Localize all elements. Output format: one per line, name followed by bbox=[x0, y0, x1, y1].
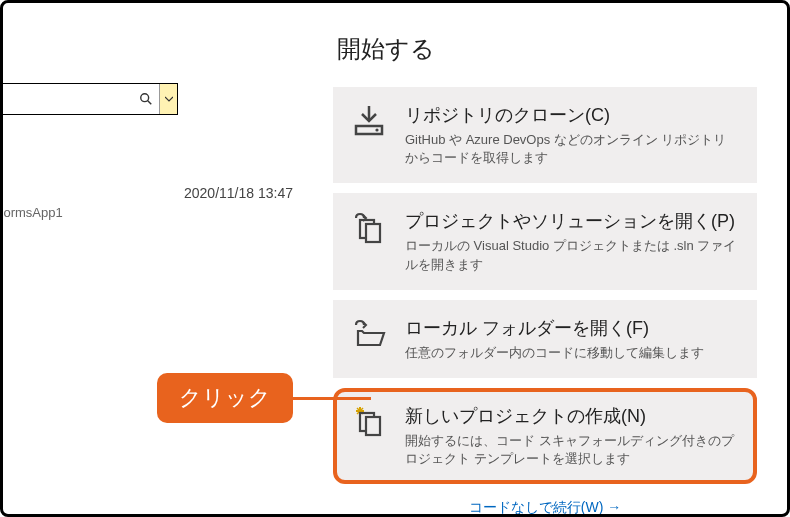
card-desc: 任意のフォルダー内のコードに移動して編集します bbox=[405, 344, 739, 362]
card-title: リポジトリのクローン(C) bbox=[405, 103, 739, 127]
new-project-card[interactable]: 新しいプロジェクトの作成(N) 開始するには、コード スキャフォールディング付き… bbox=[333, 388, 757, 484]
open-folder-card[interactable]: ローカル フォルダーを開く(F) 任意のフォルダー内のコードに移動して編集します bbox=[333, 300, 757, 378]
open-project-icon bbox=[351, 209, 387, 245]
svg-line-1 bbox=[148, 101, 152, 105]
search-box[interactable] bbox=[0, 83, 178, 115]
clone-repo-card[interactable]: リポジトリのクローン(C) GitHub や Azure DevOps などのオ… bbox=[333, 87, 757, 183]
open-folder-icon bbox=[351, 316, 387, 352]
continue-link-text[interactable]: コードなしで続行(W) → bbox=[469, 499, 621, 515]
svg-rect-6 bbox=[366, 224, 380, 242]
card-desc: ローカルの Visual Studio プロジェクトまたは .sln ファイルを… bbox=[405, 237, 739, 273]
search-dropdown-icon[interactable] bbox=[159, 84, 177, 114]
continue-without-code[interactable]: コードなしで続行(W) → bbox=[333, 498, 757, 517]
recent-item-path: repos¥WindowsFormsApp1 bbox=[0, 205, 293, 220]
card-title: ローカル フォルダーを開く(F) bbox=[405, 316, 739, 340]
card-title: 新しいプロジェクトの作成(N) bbox=[405, 404, 739, 428]
svg-point-0 bbox=[141, 94, 149, 102]
card-desc: GitHub や Azure DevOps などのオンライン リポジトリからコー… bbox=[405, 131, 739, 167]
callout-label: クリック bbox=[157, 373, 293, 423]
search-input[interactable] bbox=[0, 84, 133, 114]
clone-icon bbox=[351, 103, 387, 139]
recent-item-date: 2020/11/18 13:47 bbox=[184, 185, 293, 201]
svg-point-4 bbox=[375, 128, 378, 131]
card-desc: 開始するには、コード スキャフォールディング付きのプロジェクト テンプレートを選… bbox=[405, 432, 739, 468]
annotation-callout: クリック bbox=[157, 373, 371, 423]
open-project-card[interactable]: プロジェクトやソリューションを開く(P) ローカルの Visual Studio… bbox=[333, 193, 757, 289]
get-started-heading: 開始する bbox=[337, 33, 757, 65]
recent-item[interactable]: sln 2020/11/18 13:47 repos¥WindowsFormsA… bbox=[0, 185, 293, 220]
callout-line bbox=[293, 397, 371, 400]
card-title: プロジェクトやソリューションを開く(P) bbox=[405, 209, 739, 233]
search-icon[interactable] bbox=[133, 84, 159, 114]
